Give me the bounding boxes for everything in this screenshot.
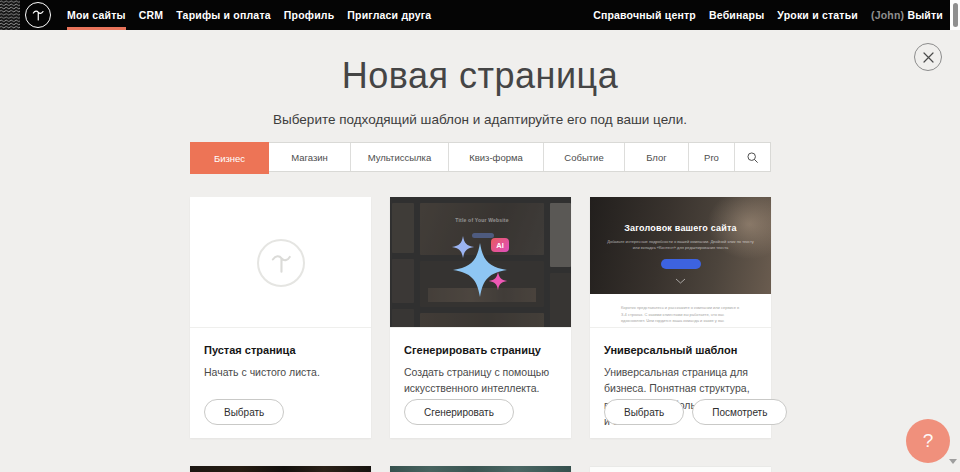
nav-item-invite-friend[interactable]: Пригласи друга [347,0,431,30]
card-body: Сгенерировать страницу Создать страницу … [390,328,571,397]
template-cards-grid: Пустая страница Начать с чистого листа. … [190,197,771,472]
card-title: Универсальный шаблон [604,344,757,356]
select-blank-button[interactable]: Выбрать [204,399,284,425]
card-generate-ai[interactable]: Title of Your Website [390,197,571,438]
tab-search[interactable] [735,143,770,171]
nav-user-name: (John) Выйти [871,0,943,30]
scrollbar-track[interactable] [950,0,960,30]
tab-multilink[interactable]: Мультиссылка [351,143,449,171]
card-title: Сгенерировать страницу [404,344,557,356]
ai-badge: AI [491,238,509,252]
close-button[interactable] [914,43,942,71]
tab-business[interactable]: Бизнес [190,142,269,174]
card-body: Пустая страница Начать с чистого листа. [190,328,371,380]
template-card-partial[interactable] [190,466,371,472]
nav-item-lessons[interactable]: Уроки и статьи [777,0,858,30]
help-button[interactable]: ? [906,419,950,463]
nav-item-my-sites[interactable]: Мои сайты [67,0,126,30]
tilda-watermark-icon [267,249,295,277]
page-title: Новая страница [0,55,960,97]
template-hero-image: Заголовок вашего сайта Добавьте интересн… [590,197,771,294]
tilda-logo[interactable] [25,2,51,28]
nav-item-help-center[interactable]: Справочный центр [593,0,696,30]
card-actions: Выбрать Посмотреть [604,399,787,425]
template-hero-button [661,259,701,269]
blank-page-preview [190,197,371,328]
tilda-watermark-circle [257,239,305,287]
template-preview-image [190,466,371,472]
generate-button[interactable]: Сгенерировать [404,399,514,425]
template-category-tabs: Бизнес Магазин Мультиссылка Квиз-форма С… [190,142,771,172]
card-actions: Сгенерировать [404,399,514,425]
nav-left-menu: Мои сайты CRM Тарифы и оплата Профиль Пр… [67,0,431,30]
nav-item-webinars[interactable]: Вебинары [709,0,764,30]
scrollbar-down-arrow[interactable] [949,459,957,464]
card-description: Начать с чистого листа. [204,364,357,380]
ai-preview: Title of Your Website [390,197,571,328]
nav-item-tariffs[interactable]: Тарифы и оплата [176,0,271,30]
preview-template-button[interactable]: Посмотреть [692,399,787,425]
card-title: Пустая страница [204,344,357,356]
nav-item-profile[interactable]: Профиль [284,0,335,30]
tab-pro[interactable]: Pro [689,143,735,171]
close-icon [922,51,935,64]
search-icon [746,151,759,164]
ai-sparkle-icon [390,197,571,328]
top-navbar: Мои сайты CRM Тарифы и оплата Профиль Пр… [0,0,960,30]
template-preview-image [390,466,571,472]
nav-right-menu: Справочный центр Вебинары Уроки и статьи… [593,0,943,30]
tab-event[interactable]: Событие [544,143,625,171]
nav-item-crm[interactable]: CRM [139,0,164,30]
tab-quiz-form[interactable]: Квиз-форма [449,143,544,171]
card-actions: Выбрать [204,399,284,425]
chevron-down-icon [675,278,686,284]
template-hero-subtitle: Добавьте интересные подробности о вашей … [605,239,756,252]
tab-blog[interactable]: Блог [625,143,689,171]
template-card-partial[interactable] [390,466,571,472]
page-subtitle: Выберите подходящий шаблон и адаптируйте… [0,112,960,127]
template-body-text: Коротко представьтесь и расскажите о ком… [621,305,741,328]
tilda-logo-icon [30,7,46,23]
universal-template-preview: Заголовок вашего сайта Добавьте интересн… [590,197,771,328]
scrollbar-thumb[interactable] [953,3,958,27]
select-template-button[interactable]: Выбрать [604,399,684,425]
card-universal-template[interactable]: Заголовок вашего сайта Добавьте интересн… [590,197,771,438]
template-hero-title: Заголовок вашего сайта [590,223,771,233]
template-card-partial[interactable] [590,466,771,472]
edge-texture-pattern [0,0,20,30]
card-blank-page[interactable]: Пустая страница Начать с чистого листа. … [190,197,371,438]
tab-store[interactable]: Магазин [269,143,351,171]
logout-link[interactable]: Выйти [907,9,943,21]
template-preview-image [590,466,771,472]
card-description: Создать страницу с помощью искусственног… [404,364,557,397]
